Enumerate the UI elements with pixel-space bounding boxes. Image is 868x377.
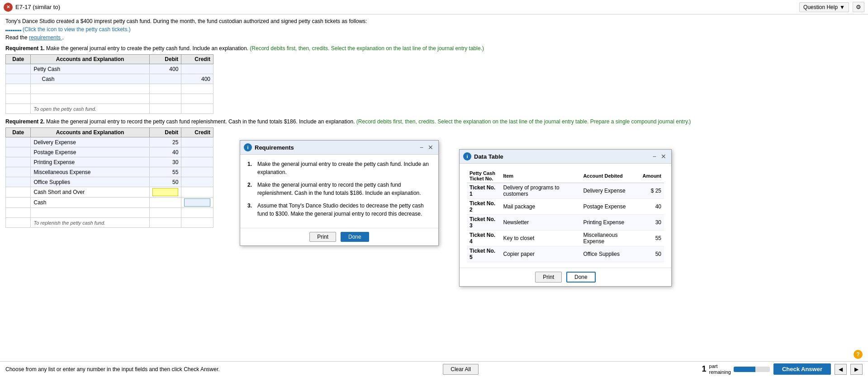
req1-row3-credit [181,84,213,94]
req2-row9-debit [149,218,181,228]
req1-row1-credit [181,64,213,74]
req2-row1-credit [181,137,213,147]
ticket-3-account: Printing Expense [580,215,640,231]
req1-row4-account [31,94,149,104]
req1-row2-credit: 400 [181,74,213,84]
req2-row5-credit [181,177,213,187]
question-help-button[interactable]: Question Help ▼ [799,2,849,12]
requirement2-heading: Requirement 2. Make the general journal … [5,118,863,125]
period: . [62,34,63,41]
table-row: Cash Short and Over [6,187,213,198]
req2-row7-credit-cell[interactable] [181,198,213,208]
req2-row9-date [6,218,31,228]
petty-cash-data-table: Petty CashTicket No. Item Account Debite… [467,169,664,235]
req2-row4-debit: 55 [149,167,181,177]
table-row: Office Supplies 50 [6,177,213,187]
req2-instruction: (Record debits first, then, credits. Sel… [356,118,691,125]
req1-row1-date [6,64,31,74]
requirements-link[interactable]: requirements [29,34,62,41]
req2-row3-debit: 30 [149,157,181,167]
req2-row6-debit-cell[interactable] [149,187,181,198]
req1-row1-debit: 400 [149,64,181,74]
req2-row8-credit [181,208,213,218]
req2-accounts-header: Accounts and Explanation [31,128,149,137]
req-dialog-controls: − ✕ [418,144,435,151]
req-done-button[interactable]: Done [341,232,369,235]
item-header: Item [501,169,581,183]
read-requirements-row: Read the requirements . [5,34,863,41]
table-row: Delivery Expense 25 [6,137,213,147]
req2-date-header: Date [6,128,31,137]
app-title: E7-17 (similar to) [15,4,60,10]
req2-row6-date [6,187,31,198]
table-row [6,208,213,218]
req1-row2-date [6,74,31,84]
account-debited-header: Account Debited [580,169,640,183]
req2-row3-date [6,157,31,167]
ticket-3-item: Newsletter [501,215,581,231]
petty-cash-tickets-row: (Click the icon to view the petty cash t… [5,26,863,33]
info-icon: i [244,143,252,151]
req2-row7-account: Cash [31,198,149,208]
req1-explanation: To open the petty cash fund. [31,104,149,114]
req-dialog-close-button[interactable]: ✕ [427,144,435,151]
req-dialog-minimize-button[interactable]: − [418,144,425,151]
req2-row7-debit [149,198,181,208]
table-row: Ticket No. 2 Mail package Postage Expens… [467,199,664,215]
ticket-no-header: Petty CashTicket No. [467,169,501,183]
intro-text: Tony's Dance Studio created a $400 impre… [5,18,863,24]
settings-button[interactable]: ⚙ [853,2,864,12]
req2-row7-credit-input[interactable] [184,198,210,207]
ticket-4-no: Ticket No. 4 [467,231,501,236]
req2-row1-account: Delivery Expense [31,137,149,147]
ticket-2-amount: 40 [640,199,664,215]
table-row: To open the petty cash fund. [6,104,213,114]
table-row: To replenish the petty cash fund. [6,218,213,228]
data-dialog-header-left: i Data Table [463,152,503,160]
petty-cash-tickets-link[interactable]: (Click the icon to view the petty cash t… [5,26,131,33]
table-row: Cash [6,198,213,208]
requirements-link-text: requirements [29,34,61,41]
req2-journal-table: Date Accounts and Explanation Debit Cred… [5,127,213,228]
req1-instruction: (Record debits first, then, credits. Sel… [250,45,484,52]
req1-row1-account: Petty Cash [31,64,149,74]
req2-row1-debit: 25 [149,137,181,147]
req-dialog-body: Make the general journal entry to create… [240,155,438,228]
requirements-list: Make the general journal entry to create… [247,160,431,218]
req2-row8-account [31,208,149,218]
data-table-header-row: Petty CashTicket No. Item Account Debite… [467,169,664,183]
table-row: Ticket No. 4 Key to closet Miscellaneous… [467,231,664,236]
req1-row3-date [6,84,31,94]
req1-row3-debit [149,84,181,94]
req2-bold: Requirement 2. [5,118,45,125]
req2-row2-account: Postage Expense [31,147,149,157]
req1-text: Make the general journal entry to create… [45,45,248,52]
req1-row4-credit [181,94,213,104]
ticket-3-amount: 30 [640,215,664,231]
ticket-4-account: Miscellaneous Expense [580,231,640,236]
ticket-4-amount: 55 [640,231,664,236]
header-left: ✕ E7-17 (similar to) [4,3,60,12]
table-row: Petty Cash 400 [6,64,213,74]
req2-row4-account: Miscellaneous Expense [31,167,149,177]
req2-row2-debit: 40 [149,147,181,157]
req1-journal-table: Date Accounts and Explanation Debit Cred… [5,54,213,114]
list-item: Assume that Tony's Dance Studio decides … [247,202,431,218]
data-table-dialog: i Data Table − ✕ Petty CashTicket No. It… [459,149,672,235]
req2-row6-debit-input[interactable] [152,188,179,196]
data-dialog-minimize-button[interactable]: − [651,153,658,160]
req2-text: Make the general journal entry to record… [45,118,355,125]
req2-credit-header: Credit [181,128,213,137]
req1-row5-credit [181,104,213,114]
req2-row8-date [6,208,31,218]
req-print-button[interactable]: Print [309,232,336,235]
amount-header: Amount [640,169,664,183]
req2-debit-header: Debit [149,128,181,137]
req2-row4-date [6,167,31,177]
chevron-down-icon: ▼ [840,4,845,10]
header-right: Question Help ▼ ⚙ [799,2,864,12]
grid-icon [5,26,21,33]
ticket-2-no: Ticket No. 2 [467,199,501,215]
table-row: Postage Expense 40 [6,147,213,157]
data-dialog-close-button[interactable]: ✕ [659,153,668,160]
